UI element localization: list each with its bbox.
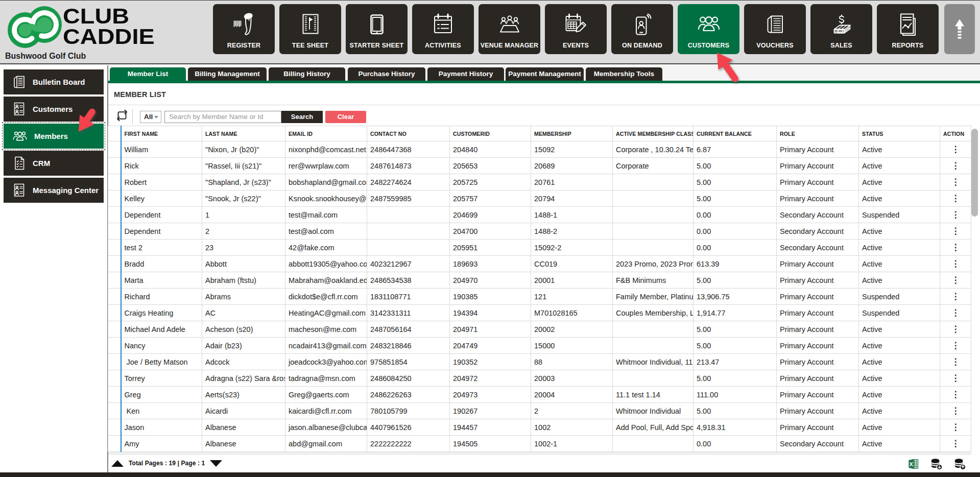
row-actions-menu[interactable]: ⋮	[940, 289, 971, 305]
column-header[interactable]: CUSTOMERID	[450, 126, 531, 141]
sidebar-item-messaging-center[interactable]: Messaging Center	[4, 178, 104, 203]
row-actions-menu[interactable]: ⋮	[940, 223, 971, 240]
row-selector-cell[interactable]	[108, 223, 121, 240]
excel-export-button[interactable]: X	[907, 458, 919, 472]
sidebar-item-bulletin-board[interactable]: Bulletin Board	[4, 69, 104, 94]
export-data-down-button[interactable]	[930, 458, 943, 472]
column-header[interactable]: ROLE	[777, 126, 859, 141]
cell-email: bobshapland@gmail.com	[285, 174, 367, 190]
cell-last: "Snook, Jr (s22)"	[202, 190, 285, 207]
cell-customerid: 189693	[450, 256, 531, 272]
cell-balance: 0.00	[694, 436, 777, 452]
cell-customerid: 190385	[450, 289, 531, 305]
row-actions-menu[interactable]: ⋮	[940, 256, 971, 272]
nav-tee-sheet-button[interactable]: TEE SHEET	[279, 4, 341, 54]
column-header[interactable]: STATUS	[859, 126, 940, 141]
row-selector-cell[interactable]	[108, 174, 121, 190]
row-selector-cell[interactable]	[108, 272, 121, 289]
row-selector-cell[interactable]	[108, 289, 121, 305]
row-actions-menu[interactable]: ⋮	[940, 321, 971, 338]
search-input[interactable]: Search by Member Name or Id	[164, 111, 281, 123]
nav-sales-button[interactable]: SALES	[810, 4, 872, 54]
column-header[interactable]: CURRENT BALANCE	[694, 126, 777, 141]
tab-membership-tools[interactable]: Membership Tools	[586, 67, 662, 81]
row-actions-menu[interactable]: ⋮	[940, 436, 971, 452]
cell-customerid: 190352	[450, 354, 531, 370]
row-selector-cell[interactable]	[108, 370, 121, 387]
tab-billing-history[interactable]: Billing History	[269, 67, 345, 81]
cell-membership: 20003	[531, 370, 613, 387]
scroll-up-button[interactable]	[944, 4, 975, 54]
cell-email: HeatingAC@gmail.com	[285, 305, 367, 321]
tab-billing-management[interactable]: Billing Management	[188, 67, 267, 81]
row-actions-menu[interactable]: ⋮	[940, 272, 971, 289]
row-actions-menu[interactable]: ⋮	[940, 387, 971, 403]
vertical-scrollbar-thumb[interactable]	[971, 129, 978, 217]
cell-classes: Family Member, Platinum	[613, 289, 694, 305]
tab-payment-management[interactable]: Payment Management	[506, 67, 584, 81]
cell-classes	[613, 240, 694, 256]
cell-membership: 1002	[531, 419, 613, 436]
row-actions-menu[interactable]: ⋮	[940, 305, 971, 321]
newspaper-icon	[11, 74, 27, 90]
row-actions-menu[interactable]: ⋮	[940, 190, 971, 207]
row-actions-menu[interactable]: ⋮	[940, 207, 971, 223]
tab-purchase-history[interactable]: Purchase History	[348, 67, 425, 81]
column-header[interactable]: CONTACT NO	[367, 126, 450, 141]
page-down-icon[interactable]	[210, 460, 222, 467]
row-selector-cell[interactable]	[108, 190, 121, 207]
nav-events-button[interactable]: EVENTS	[545, 4, 607, 54]
tab-member-list[interactable]: Member List	[110, 67, 186, 81]
cell-membership: 15092	[531, 141, 613, 158]
row-actions-menu[interactable]: ⋮	[940, 158, 971, 174]
column-header[interactable]: LAST NAME	[202, 126, 285, 141]
row-selector-cell[interactable]	[108, 256, 121, 272]
row-selector-cell[interactable]	[108, 305, 121, 321]
refresh-icon[interactable]	[116, 109, 128, 122]
column-header[interactable]: MEMBERSHIP	[531, 126, 613, 141]
row-selector-cell[interactable]	[108, 240, 121, 256]
row-actions-menu[interactable]: ⋮	[940, 354, 971, 370]
row-selector-cell[interactable]	[108, 354, 121, 370]
sidebar-item-label: Messaging Center	[33, 186, 99, 195]
cell-membership: 20004	[531, 387, 613, 403]
row-actions-menu[interactable]: ⋮	[940, 338, 971, 354]
row-actions-menu[interactable]: ⋮	[940, 419, 971, 436]
nav-venue-manager-button[interactable]: VENUE MANAGER	[479, 4, 540, 54]
cell-status: Active	[859, 141, 940, 158]
column-header[interactable]: ACTIVE MEMBERSHIP CLASSE	[613, 126, 694, 141]
table-row: JasonAlbanesejason.albanese@clubcadd4407…	[108, 419, 971, 436]
filter-select[interactable]: All	[140, 111, 161, 123]
column-header[interactable]: EMAIL ID	[285, 126, 367, 141]
row-selector-cell[interactable]	[108, 387, 121, 403]
row-selector-cell[interactable]	[108, 403, 121, 419]
row-actions-menu[interactable]: ⋮	[940, 403, 971, 419]
toolbar-divider	[132, 109, 133, 124]
cell-customerid: 204749	[450, 338, 531, 354]
row-selector-cell[interactable]	[108, 338, 121, 354]
row-actions-menu[interactable]: ⋮	[940, 141, 971, 158]
clear-button[interactable]: Clear	[325, 111, 366, 123]
nav-on-demand-button[interactable]: ON DEMAND	[611, 4, 673, 54]
row-selector-cell[interactable]	[108, 419, 121, 436]
nav-label: ON DEMAND	[611, 42, 673, 49]
export-data-up-button[interactable]	[953, 458, 966, 472]
column-header[interactable]: FIRST NAME	[121, 126, 202, 141]
checklist-doc-icon	[11, 155, 27, 171]
row-actions-menu[interactable]: ⋮	[940, 174, 971, 190]
cell-status: Active	[859, 354, 940, 370]
page-up-icon[interactable]	[111, 460, 124, 467]
nav-register-button[interactable]: REGISTER	[213, 4, 275, 54]
column-header[interactable]: ACTION	[940, 126, 971, 141]
row-selector-cell[interactable]	[108, 436, 121, 452]
row-actions-menu[interactable]: ⋮	[940, 240, 971, 256]
nav-activities-button[interactable]: ACTIVITIES	[412, 4, 474, 54]
row-selector-cell[interactable]	[108, 207, 121, 223]
row-selector-cell[interactable]	[108, 321, 121, 338]
nav-starter-sheet-button[interactable]: STARTER SHEET	[346, 4, 408, 54]
cell-balance: 0.00	[694, 240, 777, 256]
nav-reports-button[interactable]: REPORTS	[877, 4, 939, 54]
row-actions-menu[interactable]: ⋮	[940, 370, 971, 387]
search-button[interactable]: Search	[281, 111, 323, 123]
tab-payment-history[interactable]: Payment History	[427, 67, 504, 81]
